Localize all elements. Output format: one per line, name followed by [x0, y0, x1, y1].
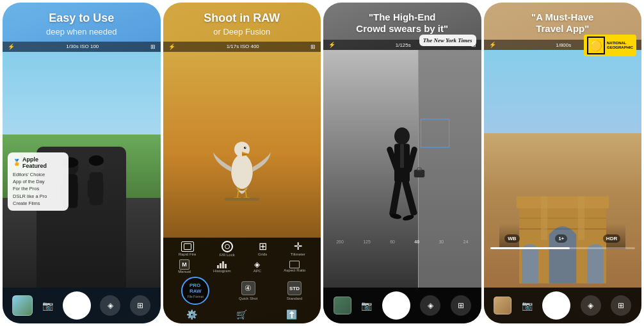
- svg-rect-19: [217, 265, 219, 268]
- viewfinder-2: [163, 52, 321, 238]
- focus-rect-3: [421, 118, 449, 147]
- panel-travel: "A Must-HaveTravel App" 🟡 NATIONAL GEOGR…: [484, 3, 642, 323]
- camera-icon-3[interactable]: 📷: [361, 300, 372, 311]
- nyt-badge: The New York Times: [419, 35, 476, 46]
- share-btn-2[interactable]: ⬆️: [286, 309, 297, 320]
- flash-icon-3: ⚡: [328, 42, 335, 48]
- panel-2-subtitle: or Deep Fusion: [170, 27, 315, 37]
- settings-gear-btn[interactable]: ⚙️: [186, 309, 197, 320]
- file-format-label: File Format: [188, 295, 204, 298]
- camera-bottom-1: 📷 ◈ ⊞: [3, 288, 161, 323]
- wifi-btn-3[interactable]: ◈: [420, 295, 440, 316]
- grid-btn-3[interactable]: ⊞: [451, 295, 471, 316]
- panel-1-title: Easy to Use: [9, 12, 154, 26]
- camera-icons-row-1: 📷: [42, 300, 53, 311]
- shutter-btn-1[interactable]: [63, 291, 91, 320]
- apple-featured-label: Apple Featured: [22, 156, 63, 169]
- histogram-icon: [216, 260, 228, 269]
- scale-60: 60: [390, 240, 395, 244]
- camera-bottom-3: 📷 ◈ ⊞: [323, 288, 481, 323]
- panel-1-subtitle: deep when needed: [9, 27, 154, 37]
- standard-icon: STD: [287, 281, 302, 295]
- exposure-slider-fill: [490, 247, 570, 249]
- apple-badge-title: 🏅 Apple Featured: [13, 156, 63, 169]
- camera-icon-1[interactable]: 📷: [42, 300, 53, 311]
- standard-option[interactable]: STD Standard: [287, 281, 302, 300]
- shutter-btn-3[interactable]: [382, 291, 410, 320]
- quick-shot-label: Quick Shot: [239, 297, 257, 300]
- building-right: [418, 50, 481, 288]
- natgeo-badge: 🟡 NATIONAL GEOGRAPHIC: [584, 35, 636, 56]
- scale-24: 24: [463, 240, 468, 244]
- mode-icons-container: Rapid Fire F/R Lock ⊞ Grids ✛ Tiltmeter: [163, 238, 321, 323]
- svg-rect-20: [220, 263, 221, 268]
- man-walking-svg: [378, 121, 426, 249]
- svg-rect-22: [225, 264, 227, 268]
- wb-badge: WB: [504, 234, 519, 243]
- bottom-settings-row: ⚙️ 🛒 ⬆️: [167, 307, 318, 322]
- manual-mode[interactable]: M Manual: [178, 259, 191, 273]
- apc-mode[interactable]: ◈ APC: [254, 260, 261, 273]
- svg-rect-7: [97, 180, 103, 198]
- badge-item-3: For the Pros: [13, 185, 63, 192]
- exposure-slider-4[interactable]: [490, 247, 636, 249]
- histogram-mode[interactable]: Histogram: [213, 260, 230, 273]
- shutter-btn-4[interactable]: [542, 291, 570, 320]
- flash-icon-2: ⚡: [168, 44, 175, 50]
- panel-1-header: Easy to Use deep when needed: [3, 3, 161, 42]
- pro-raw-btn[interactable]: PRORAW File Format: [181, 277, 209, 305]
- rapid-fire-icon: [181, 241, 194, 252]
- mode-icons-row: Rapid Fire F/R Lock ⊞ Grids ✛ Tiltmeter: [167, 241, 318, 257]
- grid-btn-4[interactable]: ⊞: [611, 295, 631, 316]
- svg-point-13: [245, 147, 246, 148]
- cart-btn[interactable]: 🛒: [236, 309, 247, 320]
- svg-rect-3: [72, 182, 79, 200]
- svg-point-9: [89, 156, 104, 166]
- flash-icon-1: ⚡: [8, 44, 15, 50]
- apc-label: APC: [254, 269, 261, 273]
- quick-shot-option[interactable]: ④ Quick Shot: [239, 281, 257, 300]
- grid-btn-1[interactable]: ⊞: [130, 295, 150, 316]
- fr-lock-btn[interactable]: F/R Lock: [220, 241, 235, 257]
- apple-badge-items: Editors' Choice App of the Day For the P…: [13, 171, 63, 207]
- svg-point-12: [244, 147, 246, 149]
- thumb-preview-4[interactable]: [494, 297, 511, 314]
- panel-easy-to-use: Easy to Use deep when needed ⚡ 1/30s ISO…: [3, 3, 161, 323]
- aspect-ratio-mode[interactable]: Aspect Ratio: [284, 261, 305, 272]
- svg-rect-31: [402, 179, 418, 216]
- camera-controls-row-3: 📷 ◈ ⊞: [328, 291, 476, 320]
- histogram-label: Histogram: [213, 269, 230, 273]
- rapid-fire-btn[interactable]: Rapid Fire: [179, 241, 197, 256]
- scale-260: 260: [336, 240, 344, 244]
- svg-rect-25: [400, 144, 404, 168]
- thumb-preview-1[interactable]: [12, 295, 33, 316]
- fr-lock-icon: [221, 241, 233, 252]
- tiltmeter-btn[interactable]: ✛ Tiltmeter: [291, 241, 305, 256]
- manual-icon: M: [179, 259, 189, 270]
- plus-badge: 1+: [555, 234, 567, 243]
- svg-rect-30: [389, 180, 402, 216]
- arch-svg: [508, 159, 617, 288]
- panel-2-title: Shoot in RAW: [170, 12, 315, 26]
- app-container: Easy to Use deep when needed ⚡ 1/30s ISO…: [0, 0, 644, 326]
- natgeo-ng-text: 🟡: [590, 40, 602, 52]
- settings-badges-row: WB 1+ HDR: [487, 234, 639, 243]
- grid-icon-2: ⊞: [310, 44, 316, 50]
- panel-shoot-raw: Shoot in RAW or Deep Fusion ⚡ 1/17s ISO …: [163, 3, 321, 323]
- camera-icon-4[interactable]: 📷: [522, 300, 533, 311]
- tiltmeter-icon: ✛: [294, 241, 302, 252]
- thumb-preview-3[interactable]: [334, 297, 351, 314]
- wifi-btn-1[interactable]: ◈: [100, 295, 120, 316]
- panel-4-title: "A Must-HaveTravel App": [490, 12, 636, 35]
- grids-btn[interactable]: ⊞ Grids: [258, 241, 267, 256]
- grid-icon-1: ⊞: [150, 44, 156, 50]
- natgeo-rect-icon: 🟡: [587, 37, 605, 54]
- badge-item-2: App of the Day: [13, 178, 63, 185]
- badge-item-4: DSLR like a Pro: [13, 193, 63, 200]
- wifi-btn-4[interactable]: ◈: [581, 295, 601, 316]
- svg-rect-39: [578, 197, 584, 240]
- svg-rect-18: [225, 198, 259, 201]
- aspect-ratio-label: Aspect Ratio: [284, 268, 305, 272]
- aspect-ratio-icon: [289, 261, 300, 268]
- laurel-icon: 🏅: [13, 159, 20, 166]
